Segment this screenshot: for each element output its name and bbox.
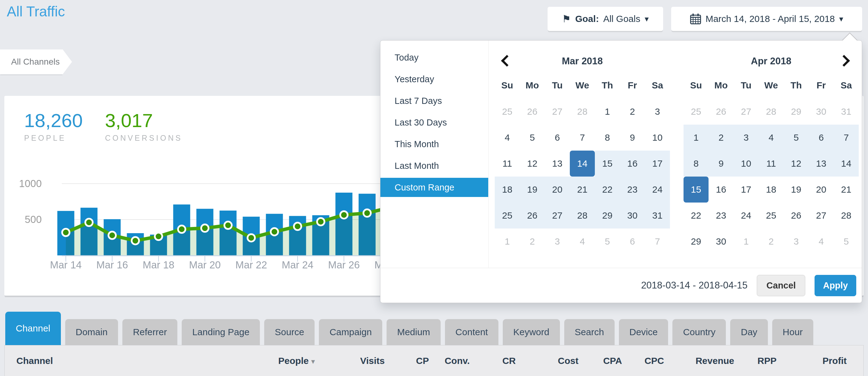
day-cell[interactable]: 19 [520,177,545,203]
day-cell-selected[interactable]: 14 [570,151,595,177]
day-cell[interactable]: 31 [645,203,670,229]
tab-domain[interactable]: Domain [65,319,118,345]
day-cell[interactable]: 2 [758,229,784,255]
column-header-people[interactable]: People▾ [250,355,315,366]
day-cell[interactable]: 29 [684,229,709,255]
day-cell[interactable]: 9 [709,151,734,177]
column-header-rpp[interactable]: RPP [734,355,777,366]
day-cell[interactable]: 6 [545,125,570,151]
day-cell[interactable]: 12 [520,151,545,177]
breadcrumb[interactable]: All Channels [0,50,63,74]
day-cell[interactable]: 5 [784,125,809,151]
day-cell-selected[interactable]: 15 [684,177,709,203]
day-cell[interactable]: 28 [570,99,595,125]
day-cell[interactable]: 3 [734,125,758,151]
conversions-point[interactable] [224,222,232,229]
conversions-point[interactable] [317,218,324,225]
column-header-cr[interactable]: CR [470,355,516,366]
day-cell[interactable]: 28 [570,203,595,229]
conversions-point[interactable] [363,209,371,217]
day-cell[interactable]: 25 [684,99,709,125]
tab-campaign[interactable]: Campaign [319,319,382,345]
day-cell[interactable]: 3 [645,99,670,125]
day-cell[interactable]: 22 [595,177,620,203]
day-cell[interactable]: 7 [570,125,595,151]
day-cell[interactable]: 21 [570,177,595,203]
day-cell[interactable]: 24 [734,203,758,229]
day-cell[interactable]: 25 [495,203,520,229]
preset-custom-range[interactable]: Custom Range [380,178,488,197]
preset-last-7-days[interactable]: Last 7 Days [380,91,488,110]
day-cell[interactable]: 7 [645,229,670,255]
column-header-visits[interactable]: Visits [315,355,385,366]
day-cell[interactable]: 4 [570,229,595,255]
day-cell[interactable]: 30 [620,203,645,229]
day-cell[interactable]: 21 [834,177,859,203]
conversions-point[interactable] [62,229,69,236]
day-cell[interactable]: 14 [834,151,859,177]
preset-last-30-days[interactable]: Last 30 Days [380,113,488,132]
day-cell[interactable]: 15 [595,151,620,177]
day-cell[interactable]: 26 [520,99,545,125]
day-cell[interactable]: 26 [784,203,809,229]
column-header-cpc[interactable]: CPC [622,355,664,366]
preset-yesterday[interactable]: Yesterday [380,69,488,89]
column-header-profit[interactable]: Profit [777,355,847,366]
day-cell[interactable]: 1 [495,229,520,255]
column-header-cpa[interactable]: CPA [579,355,622,366]
apply-button[interactable]: Apply [814,275,856,296]
day-cell[interactable]: 28 [834,203,859,229]
conversions-point[interactable] [155,233,162,240]
conversions-point[interactable] [85,219,93,226]
cancel-button[interactable]: Cancel [757,275,805,296]
tab-search[interactable]: Search [564,319,615,345]
day-cell[interactable]: 23 [620,177,645,203]
day-cell[interactable]: 30 [809,99,834,125]
date-range-button[interactable]: March 14, 2018 - April 15, 2018 ▾ [671,7,862,31]
column-header-cp[interactable]: CP [385,355,429,366]
day-cell[interactable]: 31 [834,99,859,125]
day-cell[interactable]: 4 [758,125,784,151]
column-header-channel[interactable]: Channel [17,355,250,366]
conversions-point[interactable] [132,237,139,244]
day-cell[interactable]: 8 [684,151,709,177]
tab-device[interactable]: Device [619,319,669,345]
conversions-point[interactable] [201,225,209,232]
day-cell[interactable]: 29 [784,99,809,125]
day-cell[interactable]: 2 [520,229,545,255]
day-cell[interactable]: 4 [495,125,520,151]
day-cell[interactable]: 1 [734,229,758,255]
day-cell[interactable]: 25 [758,203,784,229]
column-header-conv[interactable]: Conv. [429,355,470,366]
day-cell[interactable]: 2 [620,99,645,125]
day-cell[interactable]: 5 [595,229,620,255]
day-cell[interactable]: 8 [595,125,620,151]
day-cell[interactable]: 2 [709,125,734,151]
day-cell[interactable]: 27 [545,99,570,125]
day-cell[interactable]: 7 [834,125,859,151]
column-header-cost[interactable]: Cost [516,355,579,366]
day-cell[interactable]: 16 [709,177,734,203]
day-cell[interactable]: 4 [809,229,834,255]
tab-country[interactable]: Country [673,319,726,345]
conversions-point[interactable] [108,232,116,239]
day-cell[interactable]: 6 [620,229,645,255]
conversions-point[interactable] [271,228,278,235]
day-cell[interactable]: 27 [545,203,570,229]
tab-source[interactable]: Source [264,319,315,345]
day-cell[interactable]: 13 [809,151,834,177]
day-cell[interactable]: 16 [620,151,645,177]
day-cell[interactable]: 17 [734,177,758,203]
chevron-right-icon[interactable] [838,55,850,66]
tab-content[interactable]: Content [445,319,498,345]
day-cell[interactable]: 5 [520,125,545,151]
day-cell[interactable]: 29 [595,203,620,229]
tab-day[interactable]: Day [730,319,768,345]
day-cell[interactable]: 3 [784,229,809,255]
day-cell[interactable]: 27 [734,99,758,125]
tab-channel[interactable]: Channel [5,312,61,345]
goal-selector-button[interactable]: ⚑ Goal: All Goals ▾ [548,7,663,31]
day-cell[interactable]: 6 [809,125,834,151]
day-cell[interactable]: 18 [758,177,784,203]
chevron-left-icon[interactable] [501,55,513,66]
